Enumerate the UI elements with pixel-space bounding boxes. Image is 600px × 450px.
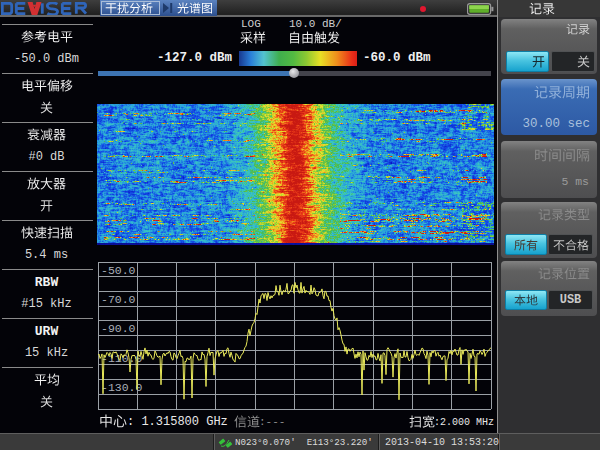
svg-text:-70.0: -70.0 — [101, 293, 136, 306]
svg-text:-50.0: -50.0 — [101, 264, 136, 277]
svg-text:-130.0: -130.0 — [101, 381, 143, 394]
svg-text:-90.0: -90.0 — [101, 322, 136, 335]
